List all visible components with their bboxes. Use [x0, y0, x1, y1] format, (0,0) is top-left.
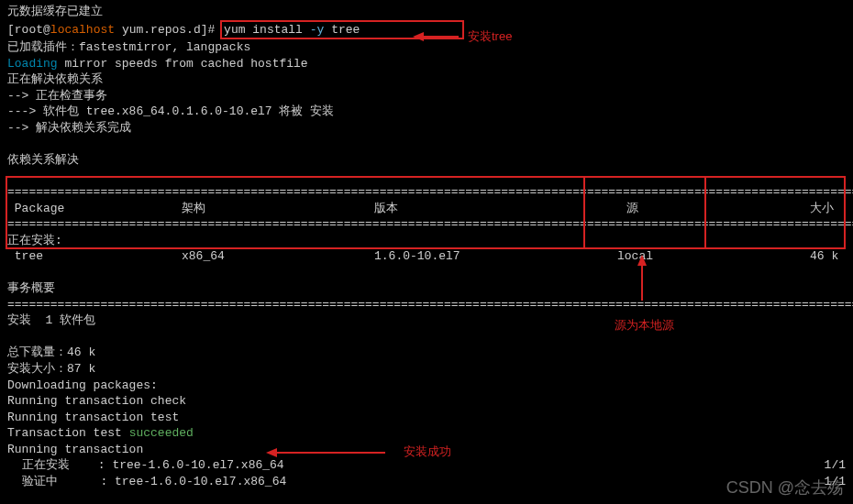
- blank-5: [7, 489, 846, 504]
- run-check: Running transaction check: [7, 393, 846, 410]
- table-header: Package架构版本源大小: [7, 201, 846, 217]
- checking-line: --> 正在检查事务: [7, 88, 846, 104]
- test-result: Transaction test succeeded: [7, 425, 846, 442]
- arrow-icon: [266, 445, 385, 460]
- sep-2: ========================================…: [7, 216, 846, 233]
- install-count: 安装 1 软件包: [7, 312, 846, 329]
- blank-1: [7, 136, 846, 152]
- anno-install-tree: 安装tree: [468, 28, 512, 45]
- installing-label: 正在安装:: [7, 233, 846, 249]
- inst-size: 安装大小：87 k: [7, 361, 846, 378]
- installing-row: 正在安装 : tree-1.6.0-10.el7.x86_641/1: [7, 457, 846, 474]
- dl-size: 总下载量：46 k: [7, 345, 846, 361]
- sep-1: ========================================…: [7, 184, 846, 201]
- txn-summary: 事务概要: [7, 280, 846, 297]
- svg-marker-1: [413, 32, 424, 41]
- watermark: CSDN @念去殇: [726, 477, 844, 499]
- dep-resolved-line: 依赖关系解决: [7, 152, 846, 169]
- blank-2: [7, 168, 846, 184]
- meta-cache-line: 元数据缓存已建立: [7, 4, 846, 20]
- dl-pkgs: Downloading packages:: [7, 378, 846, 394]
- table-row: treex86_641.6.0-10.el7local46 k: [7, 248, 846, 265]
- arrow-icon: [635, 255, 649, 301]
- resolving-line: 正在解决依赖关系: [7, 71, 846, 88]
- loading-line: Loading mirror speeds from cached hostfi…: [7, 56, 846, 72]
- arrow-icon: [413, 29, 459, 44]
- verifying-row: 验证中 : tree-1.6.0-10.el7.x86_641/1: [7, 474, 846, 490]
- run-test: Running transaction test: [7, 410, 846, 426]
- svg-marker-3: [637, 255, 647, 266]
- pkg-line: ---> 软件包 tree.x86_64.0.1.6.0-10.el7 将被 安…: [7, 104, 846, 120]
- anno-local-source: 源为本地源: [615, 317, 674, 334]
- anno-install-success: 安装成功: [404, 444, 451, 460]
- svg-marker-5: [266, 448, 277, 457]
- blank-4: [7, 329, 846, 345]
- sep-3: ========================================…: [7, 297, 846, 313]
- blank-3: [7, 265, 846, 281]
- resolve-done-line: --> 解决依赖关系完成: [7, 120, 846, 137]
